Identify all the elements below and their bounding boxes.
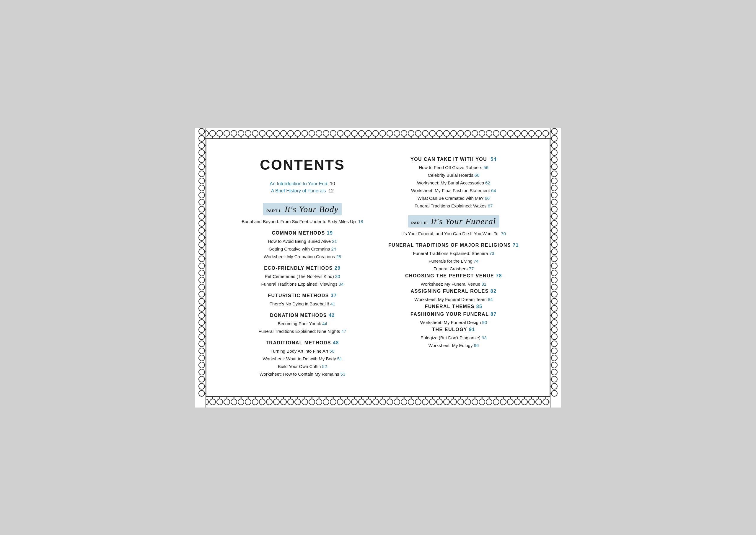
section-item: Becoming Poor Yorick 44 [236, 321, 369, 327]
section-item: Funeral Traditions Explained: Wakes 67 [387, 203, 520, 209]
divider-1 [387, 211, 520, 213]
left-sections: COMMON METHODS 19How to Avoid Being Buri… [236, 231, 369, 377]
intro-link-2-label: A Brief History of Funerals [271, 188, 326, 193]
right-sections: FUNERAL TRADITIONS OF MAJOR RELIGIONS 71… [387, 242, 520, 349]
intro-link-1-page: 10 [330, 181, 335, 186]
content-area: CONTENTS An Introduction to Your End 10 … [224, 151, 532, 384]
section-header: FUTURISTIC METHODS 37 [236, 293, 369, 298]
section-item: Worksheet: My Cremation Creations 28 [236, 253, 369, 260]
section-header: COMMON METHODS 19 [236, 231, 369, 236]
section-header: ASSIGNING FUNERAL ROLES 82 [387, 289, 520, 294]
intro-link-2[interactable]: A Brief History of Funerals 12 [236, 188, 369, 194]
section-item: Funeral Crashers 77 [387, 266, 520, 272]
section-header: TRADITIONAL METHODS 48 [236, 340, 369, 346]
spiral-left [195, 128, 206, 408]
section-header: FASHIONING YOUR FUNERAL 87 [387, 312, 520, 317]
section-item: Worksheet: My Burial Accessories 62 [387, 180, 520, 186]
part2-label: PART II. It's Your Funeral [408, 215, 500, 228]
spiral-top [195, 128, 561, 139]
section-item: Worksheet: My Funeral Design 90 [387, 319, 520, 325]
part1-script-title: It's Your Body [285, 204, 338, 214]
page: CONTENTS An Introduction to Your End 10 … [195, 128, 561, 408]
section-item: How to Fend Off Grave Robbers 56 [387, 164, 520, 171]
part2-script-title: It's Your Funeral [431, 216, 496, 226]
intro-link-1[interactable]: An Introduction to Your End 10 [236, 181, 369, 186]
part1-title-container: PART I. It's Your Body [236, 203, 369, 215]
right-top-header: YOU CAN TAKE IT WITH YOU 54 [387, 157, 520, 162]
page-title: CONTENTS [236, 157, 369, 173]
spiral-right [550, 128, 561, 408]
section-item: Pet Cemeteries (The Not-Evil Kind) 30 [236, 273, 369, 279]
part2-subtitle: It's Your Funeral, and You Can Die If Yo… [387, 231, 520, 236]
section-item: Worksheet: My Final Fashion Statement 64 [387, 187, 520, 194]
spiral-bottom [195, 396, 561, 408]
section-item: What Can Be Cremated with Me? 66 [387, 195, 520, 201]
section-header: FUNERAL THEMES 85 [387, 304, 520, 309]
section-item: Build Your Own Coffin 52 [236, 363, 369, 369]
divider-2 [387, 213, 520, 215]
right-column: YOU CAN TAKE IT WITH YOU 54 How to Fend … [387, 157, 520, 379]
section-item: How to Avoid Being Buried Alive 21 [236, 238, 369, 244]
section-item: Worksheet: How to Contain My Remains 53 [236, 371, 369, 377]
section-item: Turning Body Art into Fine Art 50 [236, 348, 369, 354]
part1-label: PART I. It's Your Body [263, 203, 342, 215]
section-header: DONATION METHODS 42 [236, 313, 369, 318]
section-item: Funeral Traditions Explained: Shemira 73 [387, 250, 520, 256]
part1-subtitle: Burial and Beyond: From Six Feet Under t… [236, 219, 369, 224]
section-item: Eulogize (But Don't Plagiarize) 93 [387, 335, 520, 341]
section-item: Funeral Traditions Explained: Nine Night… [236, 328, 369, 334]
left-column: CONTENTS An Introduction to Your End 10 … [236, 157, 369, 379]
section-header: ECO-FRIENDLY METHODS 29 [236, 266, 369, 271]
right-top-items: How to Fend Off Grave Robbers 56Celebrit… [387, 164, 520, 209]
section-item: Getting Creative with Cremains 24 [236, 246, 369, 252]
section-item: Worksheet: My Funeral Venue 81 [387, 281, 520, 287]
section-item: Worksheet: What to Do with My Body 51 [236, 355, 369, 362]
intro-links: An Introduction to Your End 10 A Brief H… [236, 181, 369, 194]
section-item: There's No Dying in Baseball!! 41 [236, 301, 369, 307]
section-item: Funeral Traditions Explained: Viewings 3… [236, 281, 369, 287]
section-item: Worksheet: My Funeral Dream Team 84 [387, 296, 520, 302]
section-item: Worksheet: My Eulogy 96 [387, 342, 520, 349]
intro-link-2-page: 12 [328, 188, 334, 193]
section-header: THE EULOGY 91 [387, 327, 520, 332]
section-header: FUNERAL TRADITIONS OF MAJOR RELIGIONS 71 [387, 242, 520, 248]
section-header: CHOOSING THE PERFECT VENUE 78 [387, 273, 520, 279]
section-item: Celebrity Burial Hoards 60 [387, 172, 520, 178]
intro-link-1-label: An Introduction to Your End [270, 181, 327, 186]
section-item: Funerals for the Living 74 [387, 258, 520, 264]
part2-title-container: PART II. It's Your Funeral [387, 215, 520, 228]
